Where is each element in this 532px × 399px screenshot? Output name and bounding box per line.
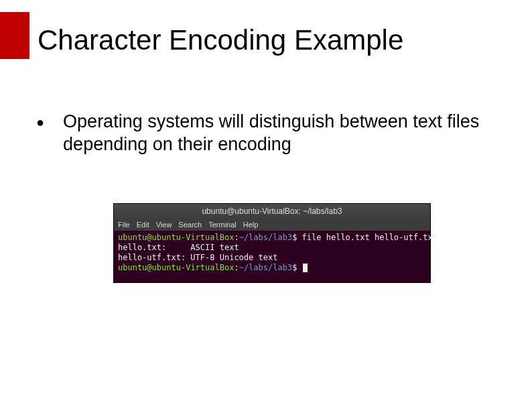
prompt-user-2: ubuntu xyxy=(118,263,147,272)
prompt-host-2: ubuntu-VirtualBox xyxy=(152,263,235,272)
menu-help[interactable]: Help xyxy=(243,221,259,229)
terminal-menubar: File Edit View Search Terminal Help xyxy=(114,219,430,231)
terminal-window: ubuntu@ubuntu-VirtualBox: ~/labs/lab3 Fi… xyxy=(114,204,430,282)
menu-search[interactable]: Search xyxy=(178,221,202,229)
prompt-path: ~/labs/lab3 xyxy=(239,233,292,242)
bullet-item: ● Operating systems will distinguish bet… xyxy=(36,110,489,156)
bullet-marker: ● xyxy=(36,113,44,131)
prompt-at: @ xyxy=(147,233,151,242)
terminal-title: ubuntu@ubuntu-VirtualBox: ~/labs/lab3 xyxy=(202,207,342,216)
prompt-user: ubuntu xyxy=(118,233,147,242)
prompt-colon: : xyxy=(234,233,239,242)
cursor xyxy=(303,264,308,272)
prompt-host: ubuntu-VirtualBox xyxy=(152,233,235,242)
menu-terminal[interactable]: Terminal xyxy=(208,221,237,229)
terminal-titlebar: ubuntu@ubuntu-VirtualBox: ~/labs/lab3 xyxy=(114,204,430,219)
prompt-at-2: @ xyxy=(147,263,151,272)
prompt-colon-2: : xyxy=(234,263,239,272)
command-1: file hello.txt hello-utf.txt xyxy=(297,233,438,242)
menu-edit[interactable]: Edit xyxy=(137,221,149,229)
prompt-path-2: ~/labs/lab3 xyxy=(239,263,292,272)
menu-view[interactable]: View xyxy=(156,221,172,229)
slide-title: Character Encoding Example xyxy=(38,24,403,56)
output-line-1: hello.txt: ASCII text xyxy=(118,243,239,252)
bullet-text: Operating systems will distinguish betwe… xyxy=(63,110,489,156)
accent-block xyxy=(0,12,29,59)
prompt-dollar-2: $ xyxy=(292,263,297,272)
menu-file[interactable]: File xyxy=(118,221,130,229)
output-line-2: hello-utf.txt: UTF-8 Unicode text xyxy=(118,253,277,262)
terminal-body[interactable]: ubuntu@ubuntu-VirtualBox:~/labs/lab3$ fi… xyxy=(114,231,430,282)
